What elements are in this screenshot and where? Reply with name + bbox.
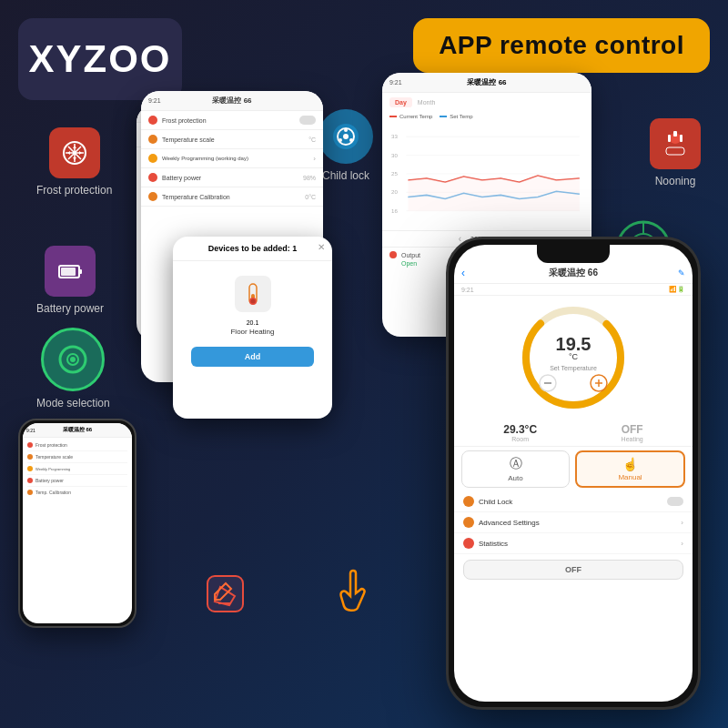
add-device-dialog: Devices to be added: 1 ✕ 20.1 Floor Heat… [173, 237, 332, 419]
svg-point-35 [70, 357, 76, 362]
back-button[interactable]: ‹ [461, 267, 465, 279]
battery-label-setting: Battery power [162, 175, 201, 181]
app-content: ‹ 采暖温控 66 ✎ 9:21 📶🔋 [454, 263, 693, 580]
small-row-1: Frost protection [27, 440, 127, 451]
small-row-1-label: Frost protection [35, 442, 67, 448]
app-banner: APP remote control [413, 18, 710, 73]
nooning-label: Nooning [655, 175, 696, 187]
feature-child-lock: Child lock [318, 109, 373, 182]
advanced-settings-row[interactable]: Advanced Settings › [454, 512, 693, 533]
heating-status: OFF [622, 423, 643, 436]
weekly-arrow: › [313, 155, 316, 163]
advanced-settings-label: Advanced Settings [479, 519, 540, 527]
phone-body: ‹ 采暖温控 66 ✎ 9:21 📶🔋 [446, 237, 701, 710]
temp-scale-value: °C [308, 136, 316, 143]
mode-buttons: Ⓐ Auto ☝ Manual [454, 447, 693, 491]
heating-label: Heating [622, 436, 643, 442]
mode-label: Mode selection [36, 397, 110, 410]
set-temp-dot [440, 116, 447, 117]
child-lock-toggle[interactable] [667, 497, 683, 506]
nooning-icon [650, 118, 701, 169]
small-row-3-icon [27, 466, 33, 471]
room-label: Room [503, 436, 537, 442]
temp-scale-left: Temperature scale [148, 135, 215, 144]
edit-button[interactable]: ✎ [678, 268, 685, 278]
svg-marker-4 [79, 151, 82, 155]
svg-text:33: 33 [391, 133, 398, 139]
settings-row-frost: Frost protection [141, 111, 323, 130]
small-row-2-icon [27, 454, 33, 460]
statistics-row[interactable]: Statistics › [454, 533, 693, 554]
svg-rect-13 [61, 268, 76, 276]
app-title: 采暖温控 66 [549, 267, 598, 279]
feature-battery: Battery power [36, 246, 104, 315]
child-lock-left: Child Lock [463, 496, 512, 507]
add-button[interactable]: Add [191, 347, 314, 367]
frost-setting-left: Frost protection [148, 116, 207, 125]
svg-point-51 [250, 299, 255, 304]
settings-time: 9:21 [148, 97, 161, 104]
svg-text:25: 25 [391, 170, 398, 177]
status-time: 9:21 [461, 287, 474, 293]
frost-label: Frost protection [36, 184, 112, 197]
app-main-header: ‹ 采暖温控 66 ✎ [454, 263, 693, 284]
feature-nooning: Nooning [650, 118, 701, 187]
off-button[interactable]: OFF [463, 560, 683, 580]
child-lock-row: Child Lock [454, 491, 693, 512]
small-row-4-icon [27, 478, 33, 483]
auto-icon: Ⓐ [467, 456, 564, 472]
temp-scale-icon [148, 135, 157, 144]
svg-point-7 [343, 134, 349, 139]
room-temp-value: 29.3°C [503, 423, 537, 436]
gauge-container: 19.5 °C Set Temperature [454, 296, 693, 420]
settings-title: 采暖温控 66 [212, 96, 251, 106]
small-phone-screen: 9:21 采暖温控 66 Frost protection Temperatur… [23, 423, 132, 623]
svg-point-9 [349, 138, 353, 142]
small-row-3-label: Weekly Programming [35, 467, 70, 471]
weekly-label: Weekly Programming (working day) [162, 156, 248, 161]
manual-button[interactable]: ☝ Manual [575, 450, 685, 488]
output-label: Output [401, 252, 420, 258]
battery-icon [45, 246, 96, 297]
calib-left: Temperature Calibration [148, 192, 230, 201]
frost-icon [49, 127, 100, 178]
mode-icon [41, 328, 105, 391]
dialog-close-button[interactable]: ✕ [318, 242, 325, 252]
room-temp-display: 29.3°C Room [503, 423, 537, 442]
svg-rect-18 [666, 147, 684, 155]
auto-button[interactable]: Ⓐ Auto [461, 450, 570, 488]
status-icons: 📶🔋 [669, 286, 685, 293]
temp-status-row: 29.3°C Room OFF Heating [454, 420, 693, 447]
main-phone: ‹ 采暖温控 66 ✎ 9:21 📶🔋 [446, 237, 701, 710]
frost-toggle[interactable] [299, 116, 316, 125]
battery-setting-icon [148, 173, 157, 182]
settings-row-temp-scale: Temperature scale °C [141, 130, 323, 149]
battery-label: Battery power [36, 302, 104, 315]
calib-icon [148, 192, 157, 201]
small-row-2: Temperature scale [27, 451, 127, 463]
phone-notch [537, 245, 610, 263]
small-content: Frost protection Temperature scale Weekl… [23, 438, 132, 500]
small-header: 9:21 采暖温控 66 [23, 423, 132, 438]
month-tab[interactable]: Month [418, 99, 435, 106]
small-row-5-icon [27, 490, 33, 495]
chart-svg: 33 30 25 20 16 [389, 125, 584, 227]
svg-rect-17 [673, 131, 677, 136]
chart-title: 采暖温控 66 [467, 77, 506, 87]
current-temp-legend: Current Temp [389, 114, 432, 119]
settings-row-calibration: Temperature Calibration 0°C [141, 187, 323, 207]
small-phone-body: 9:21 采暖温控 66 Frost protection Temperatur… [18, 419, 136, 628]
small-row-2-label: Temperature scale [35, 454, 73, 460]
chart-time: 9:21 [389, 79, 402, 86]
day-tab[interactable]: Day [389, 97, 412, 107]
status-bar: 9:21 📶🔋 [454, 284, 693, 296]
svg-marker-1 [73, 146, 76, 148]
frost-setting-icon [148, 116, 157, 125]
dialog-title: Devices to be added: 1 [180, 244, 325, 253]
logo-box: XYZOO [18, 18, 182, 100]
statistics-left: Statistics [463, 538, 508, 549]
svg-rect-16 [680, 135, 682, 142]
heating-display: OFF Heating [622, 423, 643, 442]
svg-text:°C: °C [569, 352, 579, 361]
svg-text:20: 20 [391, 188, 398, 195]
